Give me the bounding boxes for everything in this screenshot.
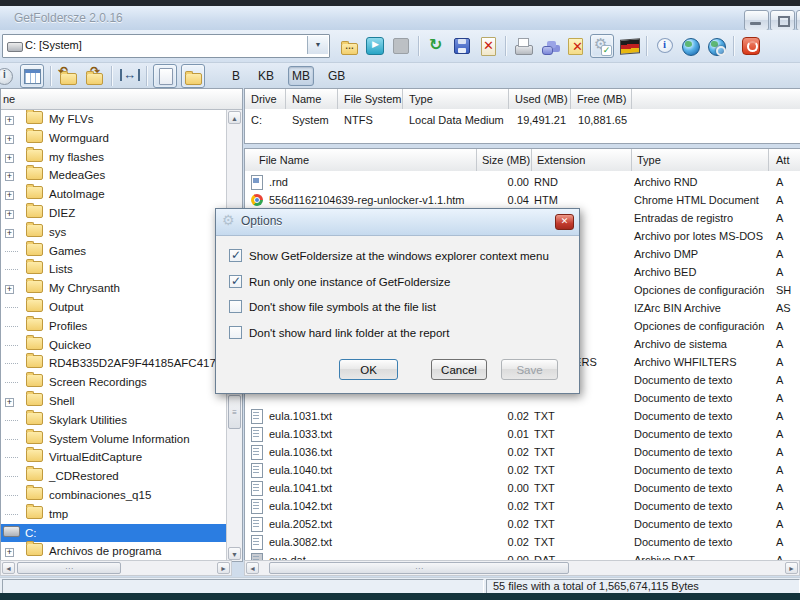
drive-col-header[interactable]: Free (MB) — [571, 89, 632, 109]
file-row[interactable]: eula.1036.txt0.02TXTDocumento de textoA — [245, 443, 800, 461]
tree-item[interactable]: Screen Recordings — [1, 373, 227, 392]
unit-gb-button[interactable]: GB — [324, 66, 349, 86]
show-folders-icon[interactable] — [181, 64, 205, 88]
drive-col-header[interactable]: Name — [286, 89, 338, 109]
check-updates-icon[interactable] — [705, 35, 727, 57]
unit-mb-button[interactable]: MB — [288, 66, 314, 86]
maximize-button[interactable] — [770, 10, 795, 31]
tree-hscroll-thumb[interactable]: ⋯ — [17, 562, 121, 574]
tree-vscroll-thumb[interactable]: ≡ — [228, 395, 241, 429]
file-row[interactable]: eula.1041.txt0.00TXTDocumento de textoA — [245, 479, 800, 497]
options-icon[interactable] — [590, 34, 614, 58]
tree-item[interactable]: Quickeo — [1, 336, 227, 355]
report-view-icon[interactable] — [20, 64, 44, 88]
minimize-button[interactable] — [744, 10, 769, 31]
drive-col-header[interactable]: Type — [403, 89, 509, 109]
expand-plus-icon[interactable]: + — [5, 229, 14, 238]
tree-item[interactable]: +Shell — [1, 392, 227, 411]
expand-plus-icon[interactable]: + — [5, 191, 14, 200]
drive-col-header[interactable]: Used (MB) — [509, 89, 571, 109]
scroll-down-icon[interactable]: ▼ — [228, 547, 241, 560]
homepage-icon[interactable] — [679, 35, 701, 57]
checkbox-checked[interactable] — [229, 249, 242, 262]
expand-plus-icon[interactable]: + — [5, 398, 14, 407]
unit-b-button[interactable]: B — [228, 66, 244, 86]
option-row[interactable]: Don't show file symbols at the file list — [229, 300, 569, 315]
tree-item[interactable]: +AutoImage — [1, 185, 227, 204]
file-row[interactable]: eula.1040.txt0.02TXTDocumento de textoA — [245, 461, 800, 479]
file-col-header[interactable]: Extension — [532, 149, 632, 171]
tree-item[interactable]: tmp — [1, 505, 227, 524]
folder-forward-icon[interactable] — [83, 65, 105, 87]
folder-back-icon[interactable] — [57, 65, 79, 87]
file-row[interactable]: eula.1042.txt0.02TXTDocumento de textoA — [245, 497, 800, 515]
stop-scan-icon[interactable] — [390, 35, 412, 57]
scroll-up-icon[interactable]: ▲ — [228, 111, 241, 124]
title-bar[interactable]: GetFoldersze 2.0.16 — [0, 6, 800, 30]
file-row[interactable]: .rnd0.00RNDArchivo RNDA — [245, 173, 800, 191]
file-col-header[interactable]: Type — [632, 149, 769, 171]
tree-item[interactable]: Profiles — [1, 317, 227, 336]
print-icon[interactable] — [512, 35, 534, 57]
expand-plus-icon[interactable]: + — [5, 116, 14, 125]
drive-col-header[interactable]: Total (MB) — [632, 89, 800, 109]
tree-item[interactable]: _CDRestored — [1, 467, 227, 486]
tree-item[interactable]: Games — [1, 242, 227, 261]
ok-button[interactable]: OK — [339, 359, 398, 380]
tree-item[interactable]: Output — [1, 298, 227, 317]
expand-plus-icon[interactable]: + — [5, 285, 14, 294]
about-icon[interactable] — [653, 35, 675, 57]
tree-column-header[interactable]: ne — [1, 89, 242, 110]
checkbox-unchecked[interactable] — [229, 300, 242, 313]
tree-horizontal-scrollbar[interactable]: ◄ ⋯ ► — [0, 560, 232, 576]
fit-columns-icon[interactable] — [118, 65, 140, 87]
tree-item[interactable]: VirtualEditCapture — [1, 448, 227, 467]
dialog-close-button[interactable]: ✕ — [555, 214, 574, 230]
cancel-button[interactable]: Cancel — [431, 359, 487, 380]
unit-kb-button[interactable]: KB — [254, 66, 278, 86]
scroll-right-icon[interactable]: ► — [217, 562, 230, 574]
file-row[interactable]: eula.2052.txt0.02TXTDocumento de textoA — [245, 515, 800, 533]
save-report-icon[interactable] — [451, 35, 473, 57]
file-col-header[interactable]: Size (MB) — [477, 149, 532, 171]
language-german-icon[interactable] — [618, 35, 640, 57]
clear-list-icon[interactable] — [564, 35, 586, 57]
show-files-icon[interactable] — [153, 64, 177, 88]
file-row[interactable]: 556d1162104639-reg-unlocker-v1.1.htm0.04… — [245, 191, 800, 209]
file-hscroll-thumb[interactable]: ⋯ — [269, 562, 569, 574]
option-row[interactable]: Show GetFoldersize at the windows explor… — [229, 249, 569, 264]
start-scan-icon[interactable] — [364, 35, 386, 57]
tree-item[interactable]: +My FLVs — [1, 110, 227, 129]
expand-plus-icon[interactable]: + — [5, 154, 14, 163]
drive-row[interactable]: C:SystemNTFSLocal Data Medium19,491.2110… — [245, 110, 800, 130]
tree-item[interactable]: Skylark Utilities — [1, 411, 227, 430]
option-row[interactable]: Run only one instance of GetFoldersize — [229, 275, 569, 290]
combo-dropdown-button[interactable]: ▼ — [307, 36, 328, 54]
drive-col-header[interactable]: Drive — [245, 89, 286, 109]
dialog-title-bar[interactable]: ⚙ Options ✕ — [216, 209, 579, 236]
delete-file-icon[interactable] — [477, 35, 499, 57]
tree-item[interactable]: +Wormguard — [1, 129, 227, 148]
tree-item[interactable]: +my flashes — [1, 148, 227, 167]
tree-item[interactable]: combinaciones_q15 — [1, 486, 227, 505]
scroll-left-icon[interactable]: ◄ — [246, 562, 259, 574]
pie-info-icon[interactable] — [0, 65, 16, 87]
tree-item[interactable]: Lists — [1, 260, 227, 279]
checkbox-checked[interactable] — [229, 275, 242, 288]
file-col-header[interactable]: Att — [769, 149, 800, 171]
file-horizontal-scrollbar[interactable]: ◄ ⋯ ► — [244, 560, 800, 576]
checkbox-unchecked[interactable] — [229, 326, 242, 339]
copy-icon[interactable] — [538, 35, 560, 57]
drive-combo[interactable]: C: [System] ▼ — [2, 34, 330, 58]
scroll-right-icon[interactable]: ► — [785, 562, 798, 574]
expand-plus-icon[interactable]: + — [5, 210, 14, 219]
tree-item[interactable]: +Archivos de programa — [1, 542, 227, 561]
tree-item[interactable]: C: — [1, 524, 227, 543]
file-row[interactable]: eula.1033.txt0.01TXTDocumento de textoA — [245, 425, 800, 443]
expand-plus-icon[interactable]: + — [5, 172, 14, 181]
exit-icon[interactable] — [740, 35, 762, 57]
tree-item[interactable]: +MedeaGes — [1, 166, 227, 185]
scroll-left-icon[interactable]: ◄ — [2, 562, 15, 574]
tree-item[interactable]: System Volume Information — [1, 430, 227, 449]
tree-item[interactable]: +DIEZ — [1, 204, 227, 223]
